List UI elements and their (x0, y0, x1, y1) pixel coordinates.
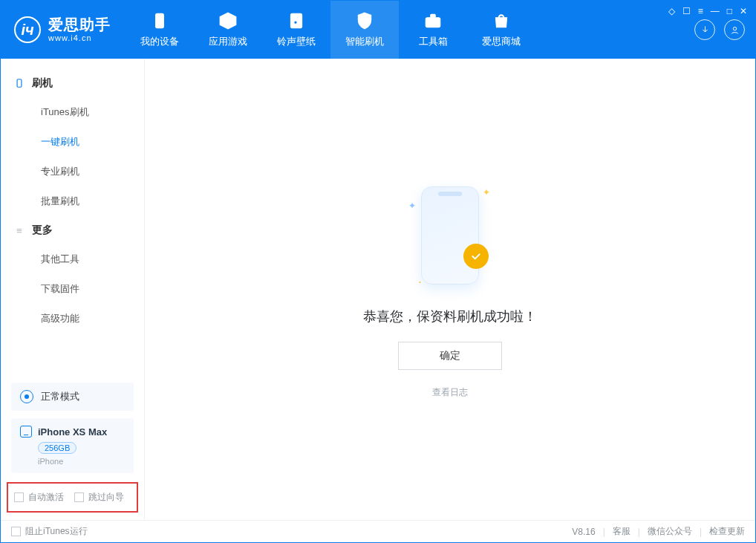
checkbox-block-itunes[interactable]: 阻止iTunes运行 (11, 525, 88, 538)
status-card[interactable]: 正常模式 (11, 383, 134, 411)
user-button[interactable] (724, 19, 745, 40)
nav-ringtones[interactable]: 铃声壁纸 (262, 1, 330, 59)
ok-button[interactable]: 确定 (398, 342, 502, 370)
minimize-icon[interactable]: — (711, 6, 720, 16)
checkbox-label: 自动激活 (28, 491, 64, 504)
nav-flash[interactable]: 智能刷机 (330, 1, 399, 59)
sidebar-item-advanced[interactable]: 高级功能 (1, 304, 144, 334)
sidebar-item-download-fw[interactable]: 下载固件 (1, 274, 144, 304)
footer-link-support[interactable]: 客服 (613, 525, 630, 538)
nav-label: 应用游戏 (209, 35, 247, 48)
nav-label: 铃声壁纸 (277, 35, 316, 48)
logo-icon: iч (14, 16, 41, 43)
check-badge-icon (463, 244, 489, 269)
skin-icon[interactable]: ◇ (668, 6, 675, 16)
checkbox-auto-activate[interactable]: 自动激活 (14, 491, 64, 504)
footer-link-wechat[interactable]: 微信公众号 (648, 525, 692, 538)
device-card[interactable]: iPhone XS Max 256GB iPhone (11, 418, 134, 473)
svg-rect-2 (426, 18, 440, 27)
checkbox-label: 阻止iTunes运行 (25, 525, 88, 538)
download-button[interactable] (694, 19, 715, 40)
view-log-link[interactable]: 查看日志 (432, 386, 468, 399)
checkbox-skip-guide[interactable]: 跳过向导 (74, 491, 124, 504)
music-icon (287, 11, 306, 30)
sidebar-item-pro-flash[interactable]: 专业刷机 (1, 157, 144, 186)
body: 刷机 iTunes刷机 一键刷机 专业刷机 批量刷机 ≡ 更多 其他工具 下载固… (1, 59, 755, 520)
svg-rect-0 (156, 13, 164, 28)
checkbox-icon (11, 527, 21, 536)
toolbox-icon (423, 11, 443, 30)
sidebar-group-title: 刷机 (32, 77, 53, 90)
sidebar: 刷机 iTunes刷机 一键刷机 专业刷机 批量刷机 ≡ 更多 其他工具 下载固… (1, 59, 145, 520)
version-label: V8.16 (572, 527, 595, 537)
device-name: iPhone XS Max (38, 426, 107, 438)
success-title: 恭喜您，保资料刷机成功啦！ (363, 308, 537, 325)
sparkle-icon: • (419, 279, 421, 285)
svg-point-4 (733, 27, 736, 30)
footer-link-update[interactable]: 检查更新 (709, 525, 745, 538)
sidebar-item-itunes-flash[interactable]: iTunes刷机 (1, 97, 144, 127)
top-nav: 我的设备 应用游戏 铃声壁纸 智能刷机 工具箱 (126, 1, 535, 59)
checkbox-icon (74, 492, 84, 502)
close-icon[interactable]: ✕ (740, 6, 747, 16)
sidebar-group-title: 更多 (32, 224, 53, 237)
sidebar-group-more[interactable]: ≡ 更多 (1, 216, 144, 244)
shield-icon (355, 11, 374, 30)
nav-store[interactable]: 爱思商城 (467, 1, 535, 59)
store-icon (492, 11, 511, 30)
phone-icon (14, 78, 25, 88)
feedback-icon[interactable]: ☐ (682, 6, 691, 16)
sidebar-item-batch-flash[interactable]: 批量刷机 (1, 186, 144, 216)
sparkle-icon: ✦ (408, 201, 416, 211)
nav-my-device[interactable]: 我的设备 (126, 1, 194, 59)
phone-illustration (421, 186, 479, 284)
status-icon (20, 390, 33, 403)
sparkle-icon: ✦ (483, 187, 490, 198)
device-type: iPhone (38, 457, 125, 466)
device-small-icon (20, 426, 32, 438)
sidebar-item-oneclick-flash[interactable]: 一键刷机 (1, 127, 144, 157)
highlighted-options: 自动激活 跳过向导 (7, 482, 138, 513)
app-url: www.i4.cn (48, 33, 111, 43)
sidebar-group-flash[interactable]: 刷机 (1, 69, 144, 97)
nav-toolbox[interactable]: 工具箱 (399, 1, 467, 59)
nav-apps[interactable]: 应用游戏 (194, 1, 262, 59)
sidebar-item-other-tools[interactable]: 其他工具 (1, 244, 144, 274)
app-title: 爱思助手 (48, 16, 111, 33)
main-content: ✦ ✦ • 恭喜您，保资料刷机成功啦！ 确定 查看日志 (145, 59, 755, 520)
header: iч 爱思助手 www.i4.cn 我的设备 应用游戏 铃声壁纸 (1, 1, 755, 59)
menu-icon[interactable]: ≡ (698, 6, 703, 16)
device-capacity-badge: 256GB (38, 442, 76, 454)
device-icon (150, 11, 169, 30)
nav-label: 工具箱 (419, 35, 448, 48)
logo[interactable]: iч 爱思助手 www.i4.cn (1, 1, 126, 59)
nav-label: 我的设备 (140, 35, 179, 48)
status-label: 正常模式 (41, 390, 79, 403)
svg-rect-3 (431, 14, 436, 17)
cube-icon (218, 11, 238, 30)
list-icon: ≡ (14, 225, 25, 235)
nav-label: 智能刷机 (345, 35, 384, 48)
checkbox-icon (14, 492, 24, 502)
footer: 阻止iTunes运行 V8.16 | 客服 | 微信公众号 | 检查更新 (1, 520, 755, 542)
maximize-icon[interactable]: □ (727, 6, 732, 16)
success-illustration: ✦ ✦ • (398, 180, 502, 291)
nav-label: 爱思商城 (482, 35, 521, 48)
window-controls: ◇ ☐ ≡ — □ ✕ (668, 6, 747, 16)
checkbox-label: 跳过向导 (88, 491, 124, 504)
svg-rect-5 (17, 79, 22, 88)
